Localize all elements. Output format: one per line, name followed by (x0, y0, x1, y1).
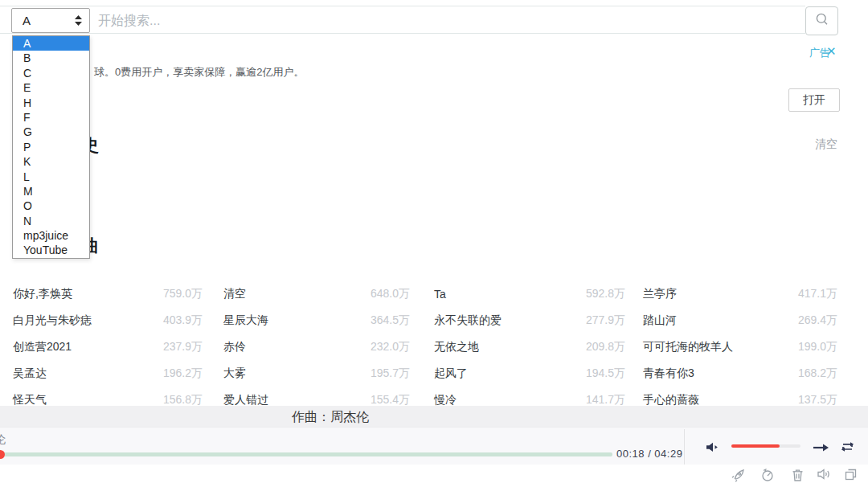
song-name[interactable]: 白月光与朱砂痣 (13, 313, 92, 328)
clear-history-link[interactable]: 清空 (815, 137, 837, 152)
magnifier-icon (816, 13, 829, 29)
song-row: 你好,李焕英759.0万 清空648.0万 Ta592.8万 兰亭序417.1万 (0, 287, 868, 301)
ad-close-icon[interactable]: ✕ (826, 44, 837, 59)
category-dropdown: A B C E H F G P K L M O N mp3juice YouTu… (12, 35, 90, 259)
dropdown-option[interactable]: A (13, 36, 89, 51)
song-name[interactable]: 创造营2021 (13, 340, 72, 354)
song-play-count: 417.1万 (798, 287, 837, 301)
song-name[interactable]: 兰亭序 (643, 287, 677, 301)
song-name[interactable]: Ta (434, 288, 446, 301)
song-play-count: 168.2万 (798, 366, 837, 381)
trash-icon[interactable] (791, 468, 805, 483)
song-name[interactable]: 大雾 (223, 366, 246, 381)
song-name[interactable]: 可可托海的牧羊人 (643, 340, 733, 354)
volume-icon[interactable] (706, 441, 719, 456)
song-play-count: 364.5万 (371, 313, 410, 328)
dropdown-option[interactable]: K (13, 154, 89, 169)
song-title-fragment: 伦 (0, 432, 6, 447)
song-name[interactable]: 永不失联的爱 (434, 313, 502, 328)
lyric-line: 作曲：周杰伦 (292, 409, 369, 426)
windows-icon[interactable] (844, 468, 858, 483)
song-name[interactable]: 青春有你3 (643, 366, 694, 381)
song-play-count: 196.2万 (163, 366, 203, 381)
search-button[interactable] (805, 6, 838, 35)
search-input[interactable] (96, 7, 799, 34)
time-display: 00:18 / 04:29 (616, 448, 682, 460)
dropdown-option[interactable]: mp3juice (13, 228, 89, 243)
song-row: 白月光与朱砂痣403.9万 星辰大海364.5万 永不失联的爱277.9万 踏山… (0, 313, 868, 327)
dropdown-option[interactable]: E (13, 80, 89, 95)
progress-knob[interactable] (0, 450, 5, 459)
song-play-count: 209.8万 (586, 340, 625, 354)
song-play-count: 232.0万 (371, 340, 410, 354)
category-select[interactable]: A (11, 8, 90, 33)
speed-gauge-icon[interactable] (760, 468, 775, 483)
song-play-count: 194.5万 (586, 366, 625, 381)
song-name[interactable]: 赤伶 (223, 340, 246, 354)
dropdown-option[interactable]: YouTube (13, 243, 89, 257)
category-select-value: A (23, 14, 75, 27)
song-play-count: 648.0万 (371, 287, 410, 301)
dropdown-option[interactable]: L (13, 170, 89, 184)
song-play-count: 237.9万 (163, 340, 203, 354)
song-name[interactable]: 踏山河 (643, 313, 677, 328)
dropdown-option[interactable]: P (13, 140, 89, 154)
song-play-count: 277.9万 (586, 313, 625, 328)
song-name[interactable]: 你好,李焕英 (13, 287, 72, 301)
ad-text: 球。0费用开户，享卖家保障，赢逾2亿用户。 (94, 65, 304, 80)
player-bar: 伦 00:18 / 04:29 (0, 427, 868, 465)
music-search-page: A 广告 ✕ 球。0费用开户，享卖家保障，赢逾2亿用户。 打开 搜索历史 清空 … (0, 0, 868, 483)
lyric-strip: 作曲：周杰伦 (0, 406, 868, 427)
song-play-count: 403.9万 (163, 313, 203, 328)
dropdown-option[interactable]: G (13, 125, 89, 139)
select-arrows-icon (75, 15, 82, 26)
speaker-wave-icon[interactable] (817, 468, 831, 483)
song-row: 怪天气156.8万 爱人错过155.4万 慢冷141.7万 手心的蔷薇137.5… (0, 393, 868, 407)
next-track-icon[interactable] (813, 442, 829, 456)
song-play-count: 269.4万 (798, 313, 837, 328)
song-name[interactable]: 吴孟达 (13, 366, 47, 381)
dropdown-option[interactable]: O (13, 199, 89, 213)
song-row: 吴孟达196.2万 大雾195.7万 起风了194.5万 青春有你3168.2万 (0, 366, 868, 380)
song-name[interactable]: 清空 (223, 287, 246, 301)
song-row: 创造营2021237.9万 赤伶232.0万 无依之地209.8万 可可托海的牧… (0, 340, 868, 354)
loop-icon[interactable] (840, 440, 855, 456)
progress-track[interactable] (0, 452, 612, 456)
rocket-icon[interactable] (731, 468, 746, 483)
searchbar-top-border (0, 6, 805, 6)
dropdown-option[interactable]: N (13, 214, 89, 228)
dropdown-option[interactable]: F (13, 110, 89, 125)
dropdown-option[interactable]: B (13, 51, 89, 65)
player-divider (684, 429, 685, 465)
song-name[interactable]: 星辰大海 (223, 313, 268, 328)
song-name[interactable]: 无依之地 (434, 340, 479, 354)
ad-open-button[interactable]: 打开 (788, 88, 840, 112)
song-play-count: 195.7万 (371, 366, 410, 381)
bottom-toolbar (0, 465, 868, 483)
dropdown-option[interactable]: H (13, 96, 89, 110)
volume-fill (731, 444, 780, 448)
song-play-count: 199.0万 (798, 340, 837, 354)
song-play-count: 759.0万 (163, 287, 203, 301)
song-name[interactable]: 起风了 (434, 366, 468, 381)
dropdown-option[interactable]: C (13, 66, 89, 80)
volume-slider[interactable] (731, 444, 800, 448)
song-play-count: 592.8万 (586, 287, 625, 301)
dropdown-option[interactable]: M (13, 184, 89, 199)
